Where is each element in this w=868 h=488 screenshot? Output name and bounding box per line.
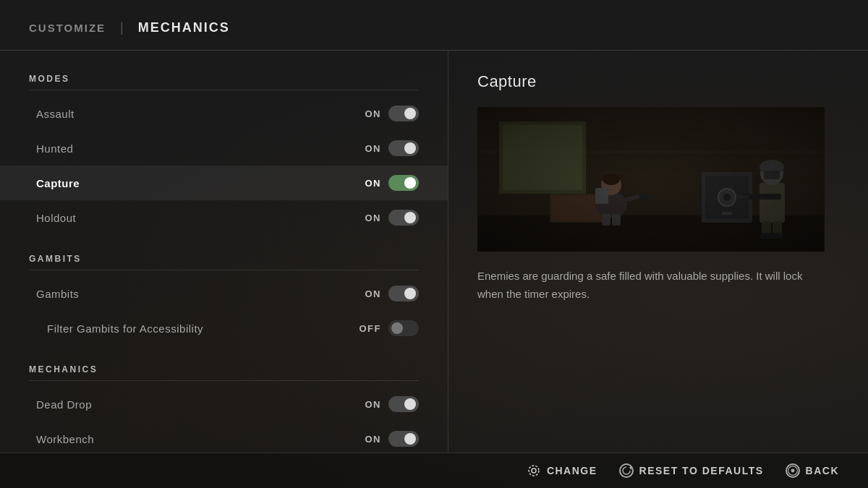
header: CUSTOMIZE | MECHANICS xyxy=(0,0,868,51)
change-label: CHANGE xyxy=(547,465,597,476)
change-action[interactable]: CHANGE xyxy=(527,463,597,478)
section-header-modes: MODES xyxy=(0,65,448,90)
right-panel: Capture xyxy=(448,51,868,453)
section-divider-mechanics xyxy=(29,380,419,381)
toggle-container-filter-gambits: OFF xyxy=(359,320,420,336)
section-header-mechanics: MECHANICS xyxy=(0,356,448,380)
toggle-text-hunted: ON xyxy=(361,143,381,154)
reset-icon xyxy=(619,463,634,478)
item-label-filter-gambits: Filter Gambits for Accessibility xyxy=(47,322,203,335)
menu-item-capture[interactable]: Capture ON xyxy=(0,166,448,200)
item-label-capture: Capture xyxy=(36,177,80,189)
section-divider-modes xyxy=(29,90,419,90)
main-content: MODES Assault ON Hunted ON Capture xyxy=(0,51,868,453)
toggle-text-workbench: ON xyxy=(361,434,381,445)
back-icon xyxy=(786,463,800,478)
toggle-dead-drop[interactable] xyxy=(388,396,419,412)
menu-item-hunted[interactable]: Hunted ON xyxy=(0,131,448,166)
footer: CHANGE RESET TO DEFAULTS BACK xyxy=(0,453,868,488)
toggle-container-dead-drop: ON xyxy=(361,396,419,412)
reset-label: RESET TO DEFAULTS xyxy=(639,465,764,476)
toggle-container-hunted: ON xyxy=(361,140,419,156)
left-panel: MODES Assault ON Hunted ON Capture xyxy=(0,51,448,453)
toggle-filter-gambits[interactable] xyxy=(388,320,419,336)
menu-item-holdout[interactable]: Holdout ON xyxy=(0,200,448,235)
item-label-assault: Assault xyxy=(36,108,75,120)
toggle-container-workbench: ON xyxy=(361,431,419,447)
svg-point-38 xyxy=(791,469,794,473)
header-divider: | xyxy=(120,20,124,35)
section-divider-gambits xyxy=(29,270,419,270)
customize-label[interactable]: CUSTOMIZE xyxy=(29,22,106,34)
toggle-text-capture: ON xyxy=(361,178,381,189)
toggle-text-holdout: ON xyxy=(361,213,381,223)
toggle-gambits[interactable] xyxy=(388,286,419,301)
svg-point-35 xyxy=(529,466,539,476)
toggle-container-holdout: ON xyxy=(361,210,419,226)
page: CUSTOMIZE | MECHANICS MODES Assault ON H… xyxy=(0,0,868,488)
item-label-dead-drop: Dead Drop xyxy=(36,398,92,411)
menu-item-workbench[interactable]: Workbench ON xyxy=(0,421,448,453)
reset-action[interactable]: RESET TO DEFAULTS xyxy=(619,463,764,478)
detail-description: Enemies are guarding a safe filled with … xyxy=(477,267,810,304)
item-label-workbench: Workbench xyxy=(36,433,94,445)
svg-marker-36 xyxy=(629,466,631,470)
toggle-container-gambits: ON xyxy=(361,286,419,301)
toggle-capture[interactable] xyxy=(388,175,419,191)
item-label-gambits: Gambits xyxy=(36,288,79,300)
toggle-assault[interactable] xyxy=(388,106,419,121)
back-action[interactable]: BACK xyxy=(786,463,839,478)
menu-item-assault[interactable]: Assault ON xyxy=(0,96,448,131)
detail-title: Capture xyxy=(477,72,839,91)
svg-point-34 xyxy=(532,468,536,473)
menu-item-filter-gambits[interactable]: Filter Gambits for Accessibility OFF xyxy=(0,311,448,346)
back-label: BACK xyxy=(806,465,839,476)
section-header-gambits: GAMBITS xyxy=(0,245,448,270)
section-title: MECHANICS xyxy=(138,20,230,35)
menu-item-dead-drop[interactable]: Dead Drop ON xyxy=(0,387,448,421)
detail-image xyxy=(477,107,825,252)
toggle-container-capture: ON xyxy=(361,175,419,191)
toggle-workbench[interactable] xyxy=(388,431,419,447)
item-label-holdout: Holdout xyxy=(36,212,76,224)
scene-svg xyxy=(477,107,825,252)
toggle-text-filter-gambits: OFF xyxy=(359,323,382,334)
toggle-hunted[interactable] xyxy=(388,140,419,156)
toggle-text-assault: ON xyxy=(361,108,381,119)
item-label-hunted: Hunted xyxy=(36,142,73,155)
menu-item-gambits[interactable]: Gambits ON xyxy=(0,276,448,311)
change-icon xyxy=(527,463,541,478)
toggle-holdout[interactable] xyxy=(388,210,419,226)
svg-rect-33 xyxy=(477,107,825,252)
toggle-text-dead-drop: ON xyxy=(361,399,381,410)
toggle-container-assault: ON xyxy=(361,106,419,121)
toggle-text-gambits: ON xyxy=(361,288,381,299)
